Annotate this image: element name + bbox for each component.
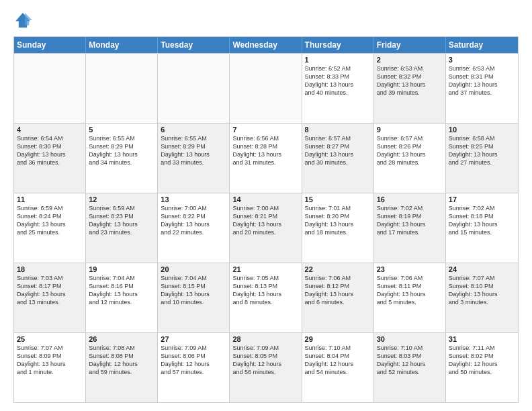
calendar-header-cell: Monday [86,37,158,53]
day-info: Sunrise: 7:10 AM Sunset: 8:03 PM Dayligh… [377,344,443,377]
day-number: 13 [161,195,226,203]
calendar-cell [158,54,230,123]
calendar-cell: 22Sunrise: 7:06 AM Sunset: 8:12 PM Dayli… [302,263,374,332]
day-number: 4 [17,126,83,134]
page: SundayMondayTuesdayWednesdayThursdayFrid… [0,0,532,411]
day-info: Sunrise: 6:54 AM Sunset: 8:30 PM Dayligh… [17,134,83,167]
calendar-header-cell: Saturday [446,37,518,53]
day-number: 14 [232,195,298,203]
calendar-cell: 4Sunrise: 6:54 AM Sunset: 8:30 PM Daylig… [14,124,86,193]
day-info: Sunrise: 7:00 AM Sunset: 8:21 PM Dayligh… [232,204,298,237]
calendar-cell: 6Sunrise: 6:55 AM Sunset: 8:29 PM Daylig… [158,124,230,193]
calendar-cell: 10Sunrise: 6:58 AM Sunset: 8:25 PM Dayli… [446,124,518,193]
day-number: 21 [232,265,298,273]
day-number: 18 [17,265,83,273]
calendar-cell: 15Sunrise: 7:01 AM Sunset: 8:20 PM Dayli… [302,193,374,263]
calendar-header-cell: Friday [374,37,446,53]
calendar-cell: 20Sunrise: 7:04 AM Sunset: 8:15 PM Dayli… [158,263,230,332]
day-info: Sunrise: 6:53 AM Sunset: 8:32 PM Dayligh… [377,64,443,97]
day-info: Sunrise: 7:08 AM Sunset: 8:08 PM Dayligh… [89,344,154,377]
calendar-cell: 27Sunrise: 7:09 AM Sunset: 8:06 PM Dayli… [158,333,230,402]
day-info: Sunrise: 6:59 AM Sunset: 8:23 PM Dayligh… [89,204,154,237]
calendar-cell: 14Sunrise: 7:00 AM Sunset: 8:21 PM Dayli… [230,193,302,263]
calendar: SundayMondayTuesdayWednesdayThursdayFrid… [13,36,519,403]
day-info: Sunrise: 7:03 AM Sunset: 8:17 PM Dayligh… [17,274,83,307]
day-number: 12 [89,195,154,203]
day-info: Sunrise: 7:04 AM Sunset: 8:15 PM Dayligh… [161,274,226,307]
calendar-cell: 18Sunrise: 7:03 AM Sunset: 8:17 PM Dayli… [14,263,86,332]
calendar-header: SundayMondayTuesdayWednesdayThursdayFrid… [14,37,518,53]
calendar-cell: 7Sunrise: 6:56 AM Sunset: 8:28 PM Daylig… [230,124,302,193]
day-info: Sunrise: 7:04 AM Sunset: 8:16 PM Dayligh… [89,274,154,307]
day-number: 27 [161,335,226,343]
day-info: Sunrise: 7:06 AM Sunset: 8:11 PM Dayligh… [377,274,443,307]
calendar-cell: 29Sunrise: 7:10 AM Sunset: 8:04 PM Dayli… [302,333,374,402]
calendar-cell: 26Sunrise: 7:08 AM Sunset: 8:08 PM Dayli… [86,333,158,402]
day-info: Sunrise: 7:01 AM Sunset: 8:20 PM Dayligh… [305,204,371,237]
day-number: 25 [17,335,83,343]
calendar-cell: 8Sunrise: 6:57 AM Sunset: 8:27 PM Daylig… [302,124,374,193]
day-info: Sunrise: 6:59 AM Sunset: 8:24 PM Dayligh… [17,204,83,237]
calendar-header-cell: Wednesday [230,37,302,53]
calendar-cell [86,54,158,123]
day-info: Sunrise: 6:53 AM Sunset: 8:31 PM Dayligh… [449,64,515,97]
day-info: Sunrise: 6:58 AM Sunset: 8:25 PM Dayligh… [449,134,515,167]
day-info: Sunrise: 7:06 AM Sunset: 8:12 PM Dayligh… [305,274,371,307]
day-info: Sunrise: 7:11 AM Sunset: 8:02 PM Dayligh… [449,344,515,377]
day-number: 9 [377,126,443,134]
calendar-cell [230,54,302,123]
day-info: Sunrise: 6:55 AM Sunset: 8:29 PM Dayligh… [161,134,226,167]
day-number: 10 [449,126,515,134]
day-number: 23 [377,265,443,273]
calendar-header-cell: Thursday [302,37,374,53]
day-number: 20 [161,265,226,273]
logo [13,11,35,30]
calendar-cell: 9Sunrise: 6:57 AM Sunset: 8:26 PM Daylig… [374,124,446,193]
day-number: 30 [377,335,443,343]
calendar-cell: 13Sunrise: 7:00 AM Sunset: 8:22 PM Dayli… [158,193,230,263]
calendar-cell [14,54,86,123]
day-info: Sunrise: 7:10 AM Sunset: 8:04 PM Dayligh… [305,344,371,377]
day-number: 3 [449,56,515,64]
day-number: 5 [89,126,154,134]
day-info: Sunrise: 6:57 AM Sunset: 8:27 PM Dayligh… [305,134,371,167]
day-number: 28 [232,335,298,343]
calendar-week: 4Sunrise: 6:54 AM Sunset: 8:30 PM Daylig… [14,123,518,193]
calendar-week: 1Sunrise: 6:52 AM Sunset: 8:33 PM Daylig… [14,53,518,123]
calendar-header-cell: Tuesday [158,37,230,53]
day-number: 26 [89,335,154,343]
logo-icon [13,11,32,30]
calendar-cell: 17Sunrise: 7:02 AM Sunset: 8:18 PM Dayli… [446,193,518,263]
day-number: 11 [17,195,83,203]
day-info: Sunrise: 7:00 AM Sunset: 8:22 PM Dayligh… [161,204,226,237]
calendar-cell: 25Sunrise: 7:07 AM Sunset: 8:09 PM Dayli… [14,333,86,402]
day-info: Sunrise: 6:57 AM Sunset: 8:26 PM Dayligh… [377,134,443,167]
calendar-cell: 28Sunrise: 7:09 AM Sunset: 8:05 PM Dayli… [230,333,302,402]
day-info: Sunrise: 7:07 AM Sunset: 8:09 PM Dayligh… [17,344,83,377]
calendar-week: 11Sunrise: 6:59 AM Sunset: 8:24 PM Dayli… [14,193,518,263]
calendar-cell: 24Sunrise: 7:07 AM Sunset: 8:10 PM Dayli… [446,263,518,332]
calendar-cell: 11Sunrise: 6:59 AM Sunset: 8:24 PM Dayli… [14,193,86,263]
day-number: 19 [89,265,154,273]
day-number: 2 [377,56,443,64]
calendar-cell: 21Sunrise: 7:05 AM Sunset: 8:13 PM Dayli… [230,263,302,332]
day-number: 6 [161,126,226,134]
svg-marker-1 [25,13,32,26]
calendar-cell: 31Sunrise: 7:11 AM Sunset: 8:02 PM Dayli… [446,333,518,402]
day-number: 7 [232,126,298,134]
calendar-header-cell: Sunday [14,37,86,53]
day-number: 16 [377,195,443,203]
day-info: Sunrise: 6:52 AM Sunset: 8:33 PM Dayligh… [305,64,371,97]
calendar-week: 18Sunrise: 7:03 AM Sunset: 8:17 PM Dayli… [14,263,518,332]
day-number: 17 [449,195,515,203]
calendar-cell: 19Sunrise: 7:04 AM Sunset: 8:16 PM Dayli… [86,263,158,332]
day-info: Sunrise: 6:55 AM Sunset: 8:29 PM Dayligh… [89,134,154,167]
calendar-body: 1Sunrise: 6:52 AM Sunset: 8:33 PM Daylig… [14,53,518,402]
calendar-cell: 30Sunrise: 7:10 AM Sunset: 8:03 PM Dayli… [374,333,446,402]
day-number: 1 [305,56,371,64]
day-info: Sunrise: 7:02 AM Sunset: 8:19 PM Dayligh… [377,204,443,237]
day-number: 31 [449,335,515,343]
day-info: Sunrise: 6:56 AM Sunset: 8:28 PM Dayligh… [232,134,298,167]
day-number: 8 [305,126,371,134]
calendar-cell: 3Sunrise: 6:53 AM Sunset: 8:31 PM Daylig… [446,54,518,123]
